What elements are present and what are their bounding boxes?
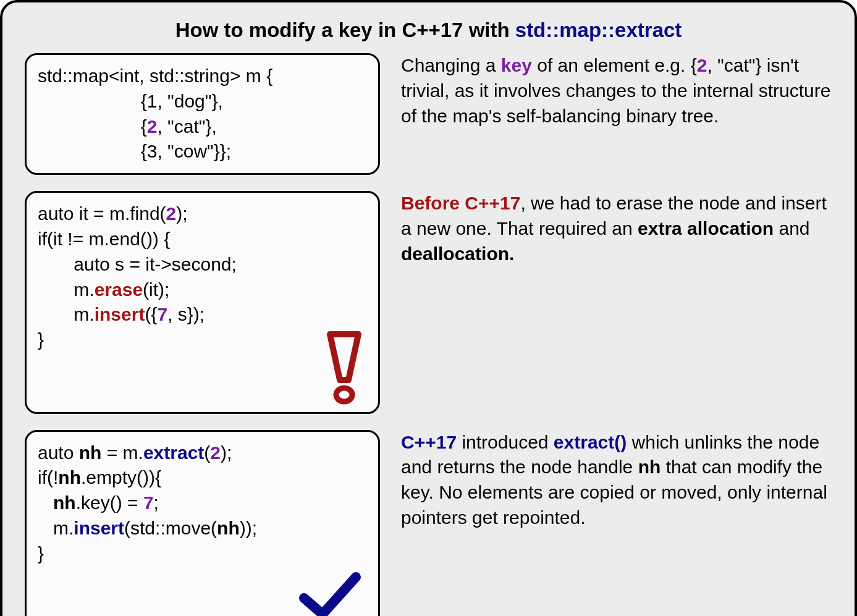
code-line: )); xyxy=(240,518,257,538)
text: of an element e.g. { xyxy=(532,55,697,75)
text-key: key xyxy=(501,55,532,75)
text-cpp17: C++17 xyxy=(401,432,457,452)
code-line: (std::move( xyxy=(124,518,217,538)
code-line: { xyxy=(38,116,147,137)
row-cpp17: auto nh = m.extract(2); if(!nh.empty()){… xyxy=(25,430,832,616)
infographic-card: How to modify a key in C++17 with std::m… xyxy=(0,0,857,616)
code-line: m. xyxy=(38,279,95,300)
code-line: } xyxy=(38,543,44,563)
code-key: 2 xyxy=(147,116,158,137)
text: and xyxy=(774,218,809,238)
content-rows: std::map<int, std::string> m { {1, "dog"… xyxy=(25,53,832,616)
explain-1: Changing a key of an element e.g. {2, "c… xyxy=(401,53,832,129)
code-block-3: auto nh = m.extract(2); if(!nh.empty()){… xyxy=(25,430,380,616)
code-nh: nh xyxy=(53,492,76,513)
code-line: , "cat"}, xyxy=(157,116,216,137)
code-block-2: auto it = m.find(2); if(it != m.end()) {… xyxy=(25,191,380,413)
code-line: = m. xyxy=(101,442,143,463)
code-line: if(it != m.end()) { xyxy=(38,229,170,249)
text-nh: nh xyxy=(638,457,661,477)
checkmark-icon xyxy=(299,572,361,616)
code-line: auto xyxy=(38,442,79,463)
code-erase: erase xyxy=(95,279,143,300)
code-line: .empty()){ xyxy=(81,467,161,487)
code-line xyxy=(38,492,53,513)
text-before: Before C++17 xyxy=(401,193,520,213)
code-key: 2 xyxy=(166,203,177,224)
title-text: How to modify a key in C++17 with xyxy=(175,19,515,41)
title: How to modify a key in C++17 with std::m… xyxy=(25,19,832,42)
svg-point-0 xyxy=(336,388,352,402)
exclamation-icon xyxy=(326,331,362,405)
text: Changing a xyxy=(401,55,501,75)
code-line: std::map<int, std::string> m { xyxy=(38,65,272,86)
code-nh: nh xyxy=(79,442,102,463)
explain-3: C++17 introduced extract() which unlinks… xyxy=(401,430,832,531)
code-line: } xyxy=(38,329,44,350)
code-key: 2 xyxy=(210,442,221,463)
text-bold: deallocation. xyxy=(401,243,514,264)
code-line: ( xyxy=(204,442,210,463)
code-insert: insert xyxy=(74,518,124,538)
code-line: m. xyxy=(38,304,95,324)
row-map-declaration: std::map<int, std::string> m { {1, "dog"… xyxy=(25,53,832,175)
code-line: ({ xyxy=(145,304,157,324)
row-before-cpp17: auto it = m.find(2); if(it != m.end()) {… xyxy=(25,191,832,413)
explain-2: Before C++17, we had to erase the node a… xyxy=(401,191,832,266)
code-line: , s}); xyxy=(167,304,205,324)
code-line: {1, "dog"}, xyxy=(38,91,223,111)
code-line: ); xyxy=(221,442,232,463)
code-block-1: std::map<int, std::string> m { {1, "dog"… xyxy=(25,53,380,175)
code-line: if(! xyxy=(38,467,58,487)
code-line: {3, "cow"}}; xyxy=(38,141,231,161)
text: introduced xyxy=(457,432,554,452)
code-line: m. xyxy=(38,518,74,538)
code-line: ; xyxy=(154,492,159,513)
code-line: auto s = it->second; xyxy=(38,254,237,274)
title-highlight: std::map::extract xyxy=(515,19,682,41)
code-insert: insert xyxy=(95,304,145,324)
code-nh: nh xyxy=(217,518,240,538)
code-line: .key() = xyxy=(76,492,143,513)
code-line: ); xyxy=(176,203,187,224)
code-extract: extract xyxy=(143,442,204,463)
text-extract: extract() xyxy=(554,432,627,452)
text-bold: extra allocation xyxy=(638,218,774,238)
code-line: (it); xyxy=(143,279,169,300)
code-nh: nh xyxy=(58,467,81,487)
text-key: 2 xyxy=(697,55,707,75)
code-line: auto it = m.find( xyxy=(38,203,166,224)
code-key: 7 xyxy=(143,492,154,513)
code-key: 7 xyxy=(157,304,167,324)
